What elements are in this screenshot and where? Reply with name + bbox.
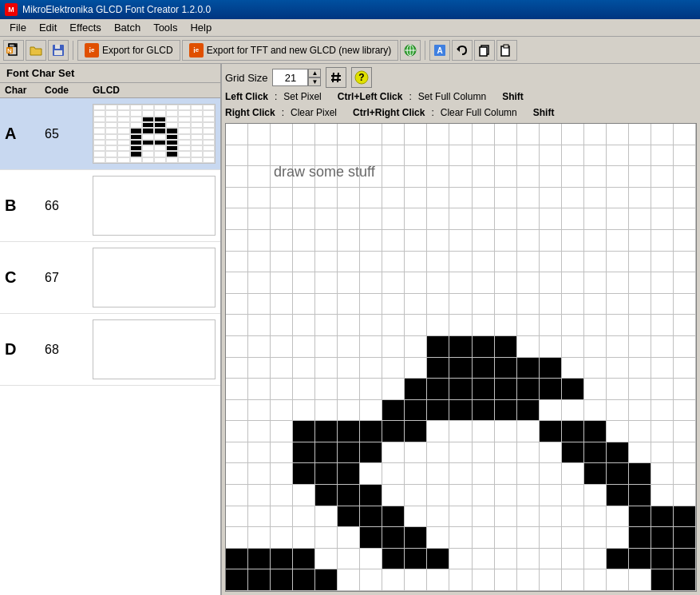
pixel-cell[interactable] [540, 549, 562, 570]
pixel-cell[interactable] [427, 294, 449, 315]
pixel-cell[interactable] [495, 379, 517, 400]
pixel-cell[interactable] [293, 506, 315, 528]
pixel-cell[interactable] [607, 485, 629, 506]
pixel-cell[interactable] [449, 569, 472, 591]
pixel-cell[interactable] [271, 421, 293, 442]
pixel-cell[interactable] [226, 506, 248, 528]
pixel-cell[interactable] [338, 208, 360, 230]
pixel-cell[interactable] [540, 421, 562, 442]
pixel-cell[interactable] [674, 549, 696, 570]
pixel-cell[interactable] [674, 208, 696, 230]
pixel-cell[interactable] [226, 549, 248, 570]
pixel-grid[interactable] [226, 124, 696, 591]
char-button[interactable]: A [429, 40, 450, 61]
pixel-cell[interactable] [405, 463, 427, 485]
pixel-cell[interactable] [427, 506, 449, 528]
pixel-cell[interactable] [271, 272, 293, 294]
pixel-cell[interactable] [405, 549, 427, 570]
pixel-cell[interactable] [449, 230, 472, 252]
pixel-cell[interactable] [427, 569, 449, 591]
pixel-cell[interactable] [629, 549, 651, 570]
pixel-cell[interactable] [226, 485, 248, 506]
pixel-cell[interactable] [629, 124, 651, 145]
pixel-cell[interactable] [562, 569, 584, 591]
pixel-cell[interactable] [315, 252, 338, 273]
pixel-cell[interactable] [473, 230, 495, 252]
pixel-cell[interactable] [562, 358, 584, 379]
pixel-cell[interactable] [674, 506, 696, 528]
pixel-cell[interactable] [562, 400, 584, 422]
pixel-cell[interactable] [315, 421, 338, 442]
pixel-cell[interactable] [315, 506, 338, 528]
pixel-cell[interactable] [405, 188, 427, 209]
pixel-cell[interactable] [540, 569, 562, 591]
pixel-cell[interactable] [405, 124, 427, 145]
pixel-cell[interactable] [226, 400, 248, 422]
pixel-cell[interactable] [360, 208, 382, 230]
pixel-cell[interactable] [382, 166, 405, 188]
pixel-cell[interactable] [293, 252, 315, 273]
pixel-cell[interactable] [473, 188, 495, 209]
pixel-cell[interactable] [248, 315, 271, 336]
pixel-cell[interactable] [562, 463, 584, 485]
pixel-cell[interactable] [427, 549, 449, 570]
pixel-cell[interactable] [473, 421, 495, 442]
pixel-cell[interactable] [495, 208, 517, 230]
pixel-cell[interactable] [562, 485, 584, 506]
pixel-cell[interactable] [540, 188, 562, 209]
pixel-cell[interactable] [517, 272, 540, 294]
pixel-cell[interactable] [449, 527, 472, 549]
pixel-cell[interactable] [473, 549, 495, 570]
pixel-cell[interactable] [607, 549, 629, 570]
char-row[interactable]: A65 [0, 98, 220, 170]
pixel-cell[interactable] [405, 336, 427, 358]
pixel-cell[interactable] [651, 124, 674, 145]
pixel-cell[interactable] [293, 379, 315, 400]
pixel-cell[interactable] [315, 124, 338, 145]
pixel-cell[interactable] [540, 463, 562, 485]
pixel-cell[interactable] [495, 315, 517, 336]
pixel-cell[interactable] [562, 124, 584, 145]
pixel-cell[interactable] [360, 124, 382, 145]
pixel-cell[interactable] [338, 506, 360, 528]
pixel-cell[interactable] [517, 252, 540, 273]
pixel-cell[interactable] [248, 145, 271, 167]
pixel-cell[interactable] [382, 421, 405, 442]
pixel-cell[interactable] [584, 208, 607, 230]
pixel-cell[interactable] [517, 400, 540, 422]
pixel-cell[interactable] [360, 145, 382, 167]
pixel-cell[interactable] [517, 527, 540, 549]
pixel-cell[interactable] [517, 336, 540, 358]
pixel-cell[interactable] [315, 336, 338, 358]
pixel-cell[interactable] [651, 506, 674, 528]
pixel-cell[interactable] [427, 400, 449, 422]
pixel-cell[interactable] [495, 294, 517, 315]
pixel-cell[interactable] [338, 485, 360, 506]
pixel-cell[interactable] [473, 272, 495, 294]
pixel-cell[interactable] [584, 379, 607, 400]
pixel-cell[interactable] [674, 166, 696, 188]
pixel-cell[interactable] [517, 230, 540, 252]
pixel-cell[interactable] [405, 485, 427, 506]
pixel-cell[interactable] [248, 272, 271, 294]
pixel-cell[interactable] [248, 294, 271, 315]
pixel-cell[interactable] [338, 145, 360, 167]
menu-edit[interactable]: Edit [33, 20, 63, 35]
pixel-cell[interactable] [562, 506, 584, 528]
pixel-cell[interactable] [651, 145, 674, 167]
pixel-cell[interactable] [540, 252, 562, 273]
pixel-cell[interactable] [473, 442, 495, 464]
char-row[interactable]: C67 [0, 242, 220, 314]
pixel-cell[interactable] [584, 166, 607, 188]
pixel-cell[interactable] [248, 442, 271, 464]
pixel-cell[interactable] [674, 336, 696, 358]
pixel-cell[interactable] [338, 549, 360, 570]
open-button[interactable] [26, 40, 46, 61]
pixel-cell[interactable] [607, 358, 629, 379]
pixel-cell[interactable] [338, 442, 360, 464]
pixel-cell[interactable] [226, 315, 248, 336]
pixel-cell[interactable] [517, 166, 540, 188]
pixel-cell[interactable] [629, 166, 651, 188]
pixel-cell[interactable] [248, 569, 271, 591]
pixel-cell[interactable] [473, 315, 495, 336]
